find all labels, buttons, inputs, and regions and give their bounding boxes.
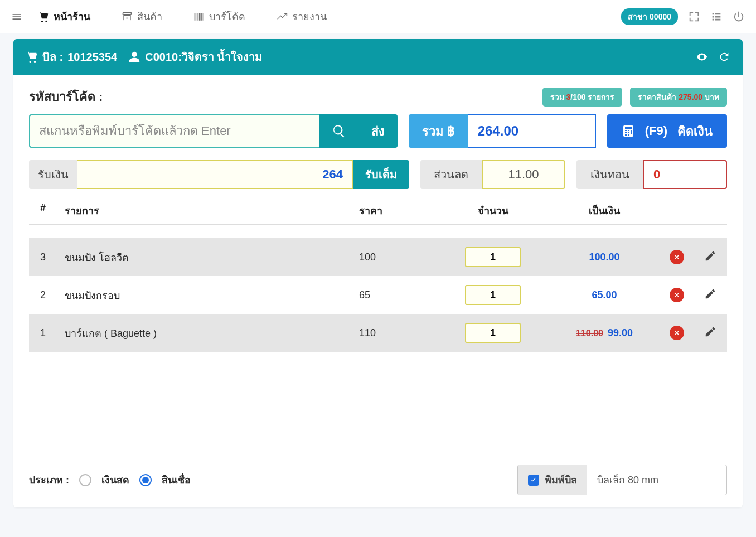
calculator-icon — [622, 124, 635, 138]
barcode-label: รหัสบาร์โค้ด : — [29, 87, 103, 107]
col-amount: เป็นเงิน — [549, 202, 660, 219]
row-name: บาร์แกต ( Baguette ) — [57, 325, 348, 341]
top-navbar: หน้าร้านสินค้าบาร์โค้ดรายงาน สาขา 00000 — [0, 0, 756, 33]
checkout-button[interactable]: (F9) คิดเงิน — [607, 114, 727, 148]
refresh-icon[interactable] — [718, 51, 730, 63]
row-num: 1 — [29, 327, 57, 339]
edit-row-button[interactable] — [694, 250, 727, 265]
row-price: 110 — [348, 327, 437, 339]
user-icon — [128, 51, 140, 63]
nav-item-2[interactable]: บาร์โค้ด — [193, 8, 245, 25]
nav-icon-1 — [122, 11, 133, 22]
customer-name: C0010:วิจิตรา น้ำใจงาม — [145, 48, 262, 66]
close-icon — [673, 253, 681, 261]
print-label: พิมพ์บิล — [545, 472, 577, 488]
total-prefix: รวม ฿ — [409, 114, 468, 148]
nav-item-0[interactable]: หน้าร้าน — [38, 8, 90, 25]
receive-value[interactable]: 264 — [77, 160, 353, 189]
print-size-select[interactable]: บิลเล็ก 80 mm — [587, 465, 726, 495]
price-badge: ราคาสินค้า 275.00 บาท — [630, 88, 727, 107]
items-count-badge: รวม 3/100 รายการ — [542, 88, 623, 107]
list-icon[interactable] — [710, 11, 723, 23]
menu-icon[interactable] — [11, 11, 22, 22]
row-price: 100 — [348, 251, 437, 263]
edit-row-button[interactable] — [694, 326, 727, 341]
col-num: # — [29, 202, 57, 219]
barcode-search-button[interactable] — [319, 114, 358, 148]
check-icon — [530, 476, 537, 484]
barcode-input[interactable] — [29, 114, 319, 148]
power-icon[interactable] — [733, 11, 745, 23]
qty-input[interactable] — [465, 247, 521, 267]
delete-row-button[interactable] — [660, 326, 694, 340]
nav-label-3: รายงาน — [292, 8, 327, 25]
table-row: 1บาร์แกต ( Baguette )110110.0099.00 — [29, 314, 727, 352]
receive-full-button[interactable]: รับเต็ม — [353, 160, 409, 189]
total-value: 264.00 — [468, 114, 596, 148]
qty-input[interactable] — [465, 323, 521, 343]
discount-label: ส่วนลด — [420, 160, 482, 189]
edit-row-button[interactable] — [694, 288, 727, 303]
panel-footer: ประเภท : เงินสด สินเชื่อ พิมพ์บิล บิลเล็… — [13, 454, 743, 507]
nav-icon-3 — [277, 11, 288, 22]
col-qty: จำนวน — [437, 202, 549, 219]
option-cash-label: เงินสด — [101, 472, 129, 488]
eye-icon[interactable] — [696, 51, 708, 63]
checkout-label: คิดเงิน — [677, 122, 713, 141]
pos-panel: บิล : 10125354 C0010:วิจิตรา น้ำใจงาม รห… — [13, 39, 743, 507]
print-checkbox[interactable] — [528, 475, 539, 486]
barcode-send-button[interactable]: ส่ง — [358, 114, 398, 148]
fullscreen-icon[interactable] — [688, 11, 700, 23]
nav-label-1: สินค้า — [137, 8, 162, 25]
bill-prefix: บิล : — [42, 48, 63, 66]
nav-label-0: หน้าร้าน — [54, 8, 90, 25]
radio-credit[interactable] — [139, 474, 152, 486]
change-value: 0 — [643, 160, 727, 189]
row-amount: 110.0099.00 — [549, 327, 660, 339]
delete-row-button[interactable] — [660, 250, 694, 264]
checkout-f9-label: (F9) — [645, 124, 667, 138]
row-name: ขนมปังกรอบ — [57, 287, 348, 303]
nav-item-1[interactable]: สินค้า — [122, 8, 162, 25]
nav-icon-2 — [193, 11, 205, 22]
pencil-icon — [704, 288, 716, 300]
bill-number: 10125354 — [67, 51, 117, 64]
row-price: 65 — [348, 289, 437, 301]
nav-icon-0 — [38, 11, 49, 22]
branch-badge[interactable]: สาขา 00000 — [621, 8, 678, 25]
row-amount: 100.00 — [549, 251, 660, 263]
panel-header: บิล : 10125354 C0010:วิจิตรา น้ำใจงาม — [13, 39, 743, 75]
pencil-icon — [704, 250, 716, 262]
row-num: 2 — [29, 289, 57, 301]
row-num: 3 — [29, 251, 57, 263]
receive-label: รับเงิน — [29, 160, 77, 189]
radio-cash[interactable] — [79, 474, 91, 486]
items-table: # รายการ ราคา จำนวน เป็นเงิน 3ขนมปัง โฮล… — [29, 197, 727, 444]
close-icon — [673, 329, 681, 337]
table-row: 3ขนมปัง โฮลวีต100100.00 — [29, 238, 727, 276]
close-icon — [673, 291, 681, 299]
qty-input[interactable] — [465, 285, 521, 305]
col-price: ราคา — [348, 202, 437, 219]
pencil-icon — [704, 326, 716, 338]
row-name: ขนมปัง โฮลวีต — [57, 249, 348, 265]
row-amount: 65.00 — [549, 289, 660, 301]
pay-type-label: ประเภท : — [29, 472, 69, 488]
nav-label-2: บาร์โค้ด — [209, 8, 245, 25]
change-label: เงินทอน — [576, 160, 643, 189]
option-credit-label: สินเชื่อ — [162, 472, 191, 488]
table-row: 2ขนมปังกรอบ6565.00 — [29, 276, 727, 314]
discount-value[interactable]: 11.00 — [482, 160, 565, 189]
original-price: 110.00 — [576, 328, 603, 338]
col-item: รายการ — [57, 202, 348, 219]
delete-row-button[interactable] — [660, 288, 694, 302]
nav-item-3[interactable]: รายงาน — [277, 8, 327, 25]
cart-icon — [26, 51, 38, 63]
search-icon — [332, 124, 346, 138]
